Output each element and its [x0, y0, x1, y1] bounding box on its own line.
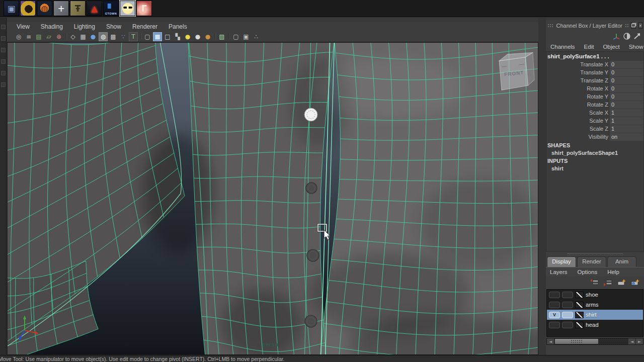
layer-color-swatch[interactable]	[575, 312, 584, 318]
channel-value-field[interactable]: 1	[610, 125, 643, 133]
scroll-left-icon[interactable]: ◄	[628, 338, 635, 344]
menu-view[interactable]: View	[11, 23, 35, 31]
gold-light-icon[interactable]: ●	[203, 32, 212, 41]
layer-row-shirt[interactable]: Vshirt	[547, 310, 643, 320]
camera-attributes-icon[interactable]: ≡	[24, 32, 33, 41]
layer-menu-help[interactable]: Help	[603, 268, 623, 276]
toolbox-partial-icon[interactable]	[1, 36, 6, 41]
grid-icon[interactable]: ◇	[68, 32, 77, 41]
layer-color-swatch[interactable]	[575, 302, 584, 308]
channel-section-item[interactable]: shirt_polySurfaceShape1	[546, 149, 643, 156]
drag-handle-icon[interactable]	[547, 24, 553, 28]
layer-playback-toggle[interactable]	[562, 322, 573, 328]
layer-scrollbar[interactable]: ◄ ◄ ►	[546, 338, 643, 345]
share-view-icon[interactable]: ∴	[252, 32, 261, 41]
layer-playback-toggle[interactable]	[562, 302, 573, 308]
scrollbar-track[interactable]	[599, 338, 628, 344]
face-sunglasses-icon[interactable]	[120, 1, 135, 16]
pink-chair-icon[interactable]: Γ	[136, 1, 152, 16]
move-arrows-icon[interactable]: +	[53, 1, 69, 16]
new-empty-layer-icon[interactable]	[616, 279, 626, 287]
scroll-right-icon[interactable]: ►	[636, 338, 643, 344]
speed-dial-icon[interactable]	[623, 33, 630, 40]
menu-shading[interactable]: Shading	[35, 23, 68, 31]
layer-playback-toggle[interactable]	[562, 312, 573, 318]
layer-visibility-toggle[interactable]	[549, 322, 560, 328]
channel-section-item[interactable]: shirt	[546, 164, 643, 172]
toolbox-partial-icon[interactable]	[1, 71, 6, 75]
layer-color-swatch[interactable]	[575, 322, 584, 328]
smooth-shade-cube-icon[interactable]: ■	[153, 32, 162, 41]
scrollbar-thumb[interactable]	[554, 338, 599, 344]
display-textures-icon[interactable]: T	[129, 32, 138, 41]
isolate-select-icon[interactable]: ▧	[217, 32, 226, 41]
xray-icon[interactable]: ▢	[231, 32, 240, 41]
drag-handle-icon[interactable]	[625, 24, 628, 28]
shirt-button[interactable]	[306, 183, 317, 194]
default-material-icon[interactable]: ▢	[143, 32, 152, 41]
move-layer-up-icon[interactable]	[589, 279, 599, 287]
pick-arrow-icon[interactable]	[633, 33, 641, 40]
layer-menu-layers[interactable]: Layers	[546, 268, 572, 276]
layer-editor-separator[interactable]	[546, 252, 644, 256]
shaded-display-icon[interactable]: ●	[89, 32, 98, 41]
shirt-wireframe-mesh[interactable]: FRONT	[8, 43, 538, 355]
shirt-button[interactable]	[307, 249, 319, 261]
tab-render[interactable]: Render	[577, 256, 606, 267]
menu-renderer[interactable]: Renderer	[127, 23, 163, 31]
gate-mask-icon[interactable]: ▩	[109, 32, 118, 41]
channelbox-menu-edit[interactable]: Edit	[581, 43, 598, 50]
shirt-button[interactable]	[305, 315, 317, 327]
layer-row-head[interactable]: head	[547, 320, 643, 330]
layer-visibility-toggle[interactable]: V	[549, 312, 560, 318]
transparent-cube-icon[interactable]: □	[163, 32, 172, 41]
menu-show[interactable]: Show	[101, 23, 127, 31]
new-layer-from-selected-icon[interactable]	[630, 279, 640, 287]
toolbox-partial-icon[interactable]	[1, 25, 6, 29]
bull-painting-icon[interactable]	[20, 1, 36, 16]
channelbox-menu-object[interactable]: Object	[599, 43, 623, 50]
maximize-panel-button[interactable]	[631, 22, 636, 29]
screw-tool-icon[interactable]: Ŧ	[70, 1, 86, 16]
layer-menu-options[interactable]: Options	[574, 268, 602, 276]
scroll-left-icon[interactable]: ◄	[547, 338, 554, 344]
channelbox-menu-show[interactable]: Show	[625, 43, 644, 50]
maya-cube-icon[interactable]: ▣	[4, 1, 19, 16]
channel-value-field[interactable]: 1	[610, 117, 643, 125]
tab-display[interactable]: Display	[547, 256, 576, 267]
channel-value-field[interactable]: 0	[610, 69, 643, 76]
channel-value-field[interactable]: 0	[610, 85, 643, 93]
wireframe-on-shaded-icon[interactable]: ◍	[99, 32, 108, 41]
layer-visibility-toggle[interactable]	[549, 302, 560, 308]
tab-anim[interactable]: Anim	[607, 256, 636, 267]
menu-lighting[interactable]: Lighting	[68, 23, 101, 31]
close-panel-button[interactable]: ×	[638, 22, 642, 29]
toolbox-partial-icon[interactable]	[1, 82, 6, 87]
layer-row-shoe[interactable]: shoe	[547, 290, 643, 300]
selected-object-name[interactable]: shirt_polySurface1 . . .	[546, 52, 643, 60]
channelbox-menu-channels[interactable]: Channels	[547, 43, 579, 50]
xray-joints-icon[interactable]: ▣	[242, 32, 251, 41]
selected-button[interactable]	[304, 108, 317, 121]
film-gate-icon[interactable]: ▦	[78, 32, 88, 41]
yellow-light-icon[interactable]: ●	[183, 32, 192, 41]
layer-playback-toggle[interactable]	[562, 292, 573, 298]
toolbox-partial-icon[interactable]	[1, 59, 6, 64]
white-light-icon[interactable]: ●	[193, 32, 202, 41]
channel-value-field[interactable]: 0	[610, 101, 643, 109]
gtown-blocks-icon[interactable]: ▘GTOWN	[103, 1, 119, 16]
layer-color-swatch[interactable]	[575, 292, 584, 298]
menu-panels[interactable]: Panels	[163, 23, 193, 31]
toolbox-strip[interactable]	[0, 18, 7, 355]
move-layer-down-icon[interactable]	[603, 279, 613, 287]
channel-value-field[interactable]: 0	[610, 61, 643, 68]
display-lights-icon[interactable]: ∵	[119, 32, 128, 41]
channel-value-field[interactable]: 0	[610, 77, 643, 84]
channel-value-field[interactable]: 1	[610, 109, 643, 117]
layer-visibility-toggle[interactable]	[549, 292, 560, 298]
layer-row-arms[interactable]: arms	[547, 300, 643, 310]
image-plane-icon[interactable]: ▱	[44, 32, 53, 41]
manipulator-axis-icon[interactable]	[612, 33, 620, 40]
wire-sphere-icon[interactable]: ◍	[37, 1, 52, 16]
red-lamp-icon[interactable]: ▲	[87, 1, 102, 16]
